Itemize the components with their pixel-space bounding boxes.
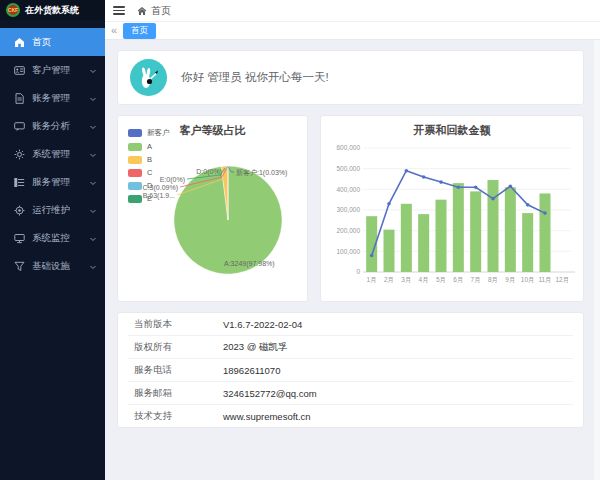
line-point-3月 xyxy=(405,169,409,173)
breadcrumb[interactable]: 首页 xyxy=(137,4,171,18)
info-row-2: 服务电话18962611070 xyxy=(128,359,573,382)
y-tick-label: 300,000 xyxy=(337,206,361,213)
chevron-down-icon xyxy=(89,234,97,242)
sidebar-item-7[interactable]: 系统监控 xyxy=(0,224,105,252)
info-value: 2023 @ 磁凯孚 xyxy=(223,341,288,354)
collapse-tabs-icon[interactable]: « xyxy=(111,25,117,36)
chevron-down-icon xyxy=(89,150,97,158)
line-point-11月 xyxy=(543,211,547,215)
home-icon xyxy=(137,6,147,16)
line-point-4月 xyxy=(422,175,426,179)
bar-7月 xyxy=(470,191,481,272)
chevron-down-icon xyxy=(89,206,97,214)
top-header: 首页 xyxy=(105,0,600,22)
pie-label-C: C:3(0.09%) xyxy=(143,184,178,192)
monitor-icon xyxy=(14,233,25,244)
x-tick-label: 9月 xyxy=(505,276,515,284)
ops-icon xyxy=(14,205,25,216)
vertical-scrollbar[interactable] xyxy=(594,40,600,480)
line-point-7月 xyxy=(474,185,478,189)
x-tick-label: 3月 xyxy=(401,276,411,284)
chevron-down-icon xyxy=(89,94,97,102)
sidebar-item-0[interactable]: 首页 xyxy=(0,28,105,56)
info-row-1: 版权所有2023 @ 磁凯孚 xyxy=(128,336,573,359)
info-label: 版权所有 xyxy=(128,341,223,354)
info-label: 当前版本 xyxy=(128,318,223,331)
tab-home[interactable]: 首页 xyxy=(123,23,156,39)
customer-icon xyxy=(14,65,25,76)
bar-line-chart[interactable]: 0100,000200,000300,000400,000500,000600,… xyxy=(327,140,579,298)
home-icon xyxy=(14,37,25,48)
sidebar-item-label: 系统管理 xyxy=(32,148,89,161)
info-value: www.supremesoft.cn xyxy=(223,411,311,422)
info-value: 18962611070 xyxy=(223,365,280,376)
sidebar-item-label: 首页 xyxy=(32,36,97,49)
info-row-0: 当前版本V1.6.7-2022-02-04 xyxy=(128,313,573,336)
bar-2月 xyxy=(384,230,395,272)
gear-icon xyxy=(14,149,25,160)
pie-label-E: E:0(0%) xyxy=(160,176,185,184)
sidebar-item-label: 运行维护 xyxy=(32,204,89,217)
bar-11月 xyxy=(540,193,551,272)
sidebar-item-label: 服务管理 xyxy=(32,176,89,189)
line-point-10月 xyxy=(526,203,530,207)
breadcrumb-home-label: 首页 xyxy=(151,4,171,18)
sidebar-item-4[interactable]: 系统管理 xyxy=(0,140,105,168)
bar-10月 xyxy=(522,213,533,272)
x-tick-label: 2月 xyxy=(384,276,394,284)
funnel-icon xyxy=(14,261,25,272)
line-point-5月 xyxy=(439,180,443,184)
pie-label-新客户: 新客户:1(0.03%) xyxy=(236,168,287,177)
pie-chart[interactable]: 新客户:1(0.03%)A:3249(97.98%)B:63(1.9...C:3… xyxy=(118,116,309,303)
sidebar-item-8[interactable]: 基础设施 xyxy=(0,252,105,280)
bar-chart-card: 开票和回款金额 0100,000200,000300,000400,000500… xyxy=(320,115,584,302)
y-tick-label: 400,000 xyxy=(337,186,361,193)
y-tick-label: 200,000 xyxy=(337,227,361,234)
sidebar-item-label: 基础设施 xyxy=(32,260,89,273)
greeting-text: 你好 管理员 祝你开心每一天! xyxy=(181,70,329,85)
line-point-6月 xyxy=(457,185,461,189)
x-tick-label: 7月 xyxy=(471,276,481,284)
sidebar-item-label: 客户管理 xyxy=(32,64,89,77)
hamburger-menu-icon[interactable] xyxy=(113,6,125,15)
chevron-down-icon xyxy=(89,262,97,270)
info-label: 服务邮箱 xyxy=(128,387,223,400)
info-label: 技术支持 xyxy=(128,410,223,423)
sidebar-item-2[interactable]: 账务管理 xyxy=(0,84,105,112)
sidebar-item-1[interactable]: 客户管理 xyxy=(0,56,105,84)
bar-8月 xyxy=(488,180,499,272)
x-tick-label: 10月 xyxy=(521,276,535,284)
line-point-2月 xyxy=(387,202,391,206)
bar-4月 xyxy=(418,214,429,272)
logo-bar: CKF 在外货款系统 xyxy=(0,0,105,20)
info-label: 服务电话 xyxy=(128,364,223,377)
pie-chart-card: 客户等级占比 新客户ABCDE 新客户:1(0.03%)A:3249(97.98… xyxy=(117,115,308,302)
sidebar-item-label: 系统监控 xyxy=(32,232,89,245)
tab-bar: « 首页 xyxy=(105,22,600,40)
bar-chart-title: 开票和回款金额 xyxy=(321,116,583,138)
line-point-8月 xyxy=(491,197,495,201)
pie-label-D: D:0(0%) xyxy=(196,168,222,176)
y-tick-label: 500,000 xyxy=(337,165,361,172)
pie-label-A: A:3249(97.98%) xyxy=(224,260,275,268)
app-logo-icon: CKF xyxy=(6,3,20,17)
x-tick-label: 12月 xyxy=(555,276,569,284)
sidebar-item-3[interactable]: 账务分析 xyxy=(0,112,105,140)
x-tick-label: 11月 xyxy=(538,276,551,284)
y-tick-label: 100,000 xyxy=(337,248,361,255)
sidebar-item-5[interactable]: 服务管理 xyxy=(0,168,105,196)
avatar xyxy=(130,59,167,96)
x-tick-label: 8月 xyxy=(488,276,498,284)
chevron-down-icon xyxy=(89,178,97,186)
chevron-down-icon xyxy=(89,122,97,130)
x-tick-label: 6月 xyxy=(453,276,463,284)
sidebar-item-6[interactable]: 运行维护 xyxy=(0,196,105,224)
y-tick-label: 600,000 xyxy=(337,144,361,151)
line-point-9月 xyxy=(509,184,513,188)
app-title: 在外货款系统 xyxy=(25,4,79,17)
bar-5月 xyxy=(436,200,447,272)
service-icon xyxy=(14,177,25,188)
sidebar-menu: 首页客户管理账务管理账务分析系统管理服务管理运行维护系统监控基础设施 xyxy=(0,28,105,280)
rabbit-avatar-icon xyxy=(136,65,162,91)
x-tick-label: 4月 xyxy=(419,276,429,284)
